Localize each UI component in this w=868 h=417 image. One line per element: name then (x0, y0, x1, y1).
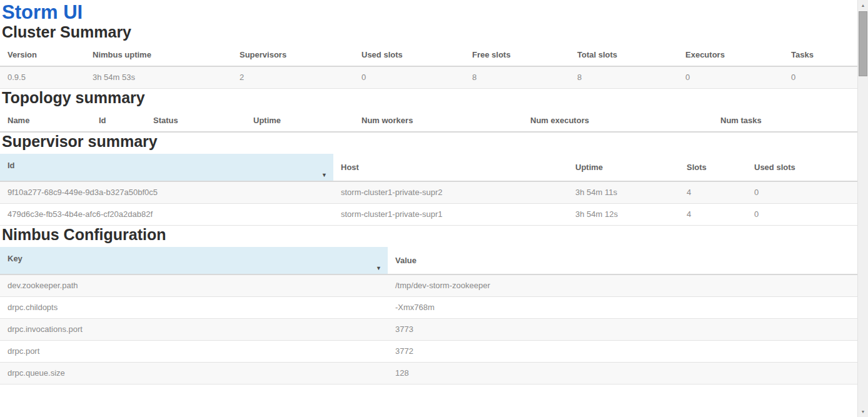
column-header-value[interactable]: Value (388, 247, 857, 274)
table-cell-uptime: 3h 54m 12s (568, 204, 679, 226)
column-header-num-workers: Num workers (354, 110, 523, 132)
cluster-summary-heading: Cluster Summary (2, 23, 857, 41)
nimbus-configuration-heading: Nimbus Configuration (2, 226, 857, 243)
table-header-row: Version Nimbus uptime Supervisors Used s… (0, 44, 857, 66)
column-header-name: Name (0, 110, 91, 132)
scroll-up-icon: ▲ (861, 3, 865, 8)
column-header-version: Version (0, 44, 85, 66)
table-cell-config-value: /tmp/dev-storm-zookeeper (388, 274, 857, 297)
table-header-row: Name Id Status Uptime Num workers Num ex… (0, 110, 857, 132)
table-row: dev.zookeeper.path /tmp/dev-storm-zookee… (0, 274, 857, 297)
column-header-key-sorted[interactable]: Key ▼ (0, 247, 388, 274)
column-header-id-sorted[interactable]: Id ▼ (0, 154, 333, 181)
table-cell-host: storm-cluster1-private-supr2 (333, 181, 568, 204)
table-cell-total-slots: 8 (570, 66, 678, 89)
table-cell-config-key: drpc.childopts (0, 297, 388, 319)
cluster-summary-table: Version Nimbus uptime Supervisors Used s… (0, 44, 857, 89)
column-header-supervisors: Supervisors (232, 44, 354, 66)
table-cell-config-key: drpc.invocations.port (0, 319, 388, 341)
scrollbar-down-button[interactable]: ▼ (858, 406, 868, 417)
table-cell-used-slots: 0 (354, 66, 465, 89)
table-cell-free-slots: 8 (465, 66, 570, 89)
vertical-scrollbar[interactable]: ▲ ▼ (857, 0, 868, 417)
table-cell-executors: 0 (678, 66, 784, 89)
table-cell-config-value: 3772 (388, 341, 857, 363)
column-header-slots[interactable]: Slots (679, 154, 747, 181)
column-header-num-tasks: Num tasks (713, 110, 857, 132)
column-header-nimbus-uptime: Nimbus uptime (85, 44, 232, 66)
table-row: drpc.port 3772 (0, 341, 857, 363)
scrollbar-up-button[interactable]: ▲ (858, 0, 868, 11)
table-header-row: Key ▼ Value (0, 247, 857, 274)
table-row: 479d6c3e-fb53-4b4e-afc6-cf20a2dab82f sto… (0, 204, 857, 226)
nimbus-configuration-table: Key ▼ Value dev.zookeeper.path /tmp/dev-… (0, 247, 857, 384)
table-row: drpc.queue.size 128 (0, 363, 857, 384)
table-row: 0.9.5 3h 54m 53s 2 0 8 8 0 0 (0, 66, 857, 89)
table-cell-version: 0.9.5 (0, 66, 85, 89)
column-header-tasks: Tasks (784, 44, 857, 66)
column-header-uptime: Uptime (246, 110, 354, 132)
column-header-free-slots: Free slots (465, 44, 570, 66)
table-cell-slots: 4 (679, 204, 747, 226)
table-cell-supervisor-id: 479d6c3e-fb53-4b4e-afc6-cf20a2dab82f (0, 204, 333, 226)
column-header-used-slots[interactable]: Used slots (747, 154, 857, 181)
table-cell-supervisor-id: 9f10a277-68c9-449e-9d3a-b327a50bf0c5 (0, 181, 333, 204)
table-cell-config-key: drpc.queue.size (0, 363, 388, 384)
table-cell-config-value: -Xmx768m (388, 297, 857, 319)
sort-desc-icon: ▼ (376, 266, 381, 271)
scroll-down-icon: ▼ (861, 409, 865, 414)
page-content: Storm UI Cluster Summary Version Nimbus … (0, 0, 857, 417)
table-cell-slots: 4 (679, 181, 747, 204)
column-header-host[interactable]: Host (333, 154, 568, 181)
table-cell-config-value: 128 (388, 363, 857, 384)
table-cell-supervisors: 2 (232, 66, 354, 89)
supervisor-summary-heading: Supervisor summary (2, 133, 857, 150)
storm-ui-title-link[interactable]: Storm UI (2, 2, 857, 23)
table-cell-config-key: dev.zookeeper.path (0, 274, 388, 297)
table-cell-uptime: 3h 54m 11s (568, 181, 679, 204)
table-row: drpc.invocations.port 3773 (0, 319, 857, 341)
table-row: 9f10a277-68c9-449e-9d3a-b327a50bf0c5 sto… (0, 181, 857, 204)
table-cell-used-slots: 0 (747, 181, 857, 204)
topology-summary-table: Name Id Status Uptime Num workers Num ex… (0, 110, 857, 133)
topology-summary-heading: Topology summary (2, 89, 857, 106)
column-header-uptime[interactable]: Uptime (568, 154, 679, 181)
column-header-executors: Executors (678, 44, 784, 66)
table-cell-config-key: drpc.port (0, 341, 388, 363)
table-cell-nimbus-uptime: 3h 54m 53s (85, 66, 232, 89)
supervisor-summary-table: Id ▼ Host Uptime Slots Used slots 9f10a2… (0, 154, 857, 226)
table-header-row: Id ▼ Host Uptime Slots Used slots (0, 154, 857, 181)
column-header-num-executors: Num executors (523, 110, 713, 132)
table-row: drpc.childopts -Xmx768m (0, 297, 857, 319)
table-cell-host: storm-cluster1-private-supr1 (333, 204, 568, 226)
scrollbar-thumb[interactable] (859, 11, 867, 76)
table-cell-config-value: 3773 (388, 319, 857, 341)
column-header-id: Id (91, 110, 146, 132)
sort-desc-icon: ▼ (321, 173, 327, 178)
table-cell-tasks: 0 (784, 66, 857, 89)
column-header-used-slots: Used slots (354, 44, 465, 66)
table-cell-used-slots: 0 (747, 204, 857, 226)
column-header-status: Status (146, 110, 246, 132)
column-header-total-slots: Total slots (570, 44, 678, 66)
